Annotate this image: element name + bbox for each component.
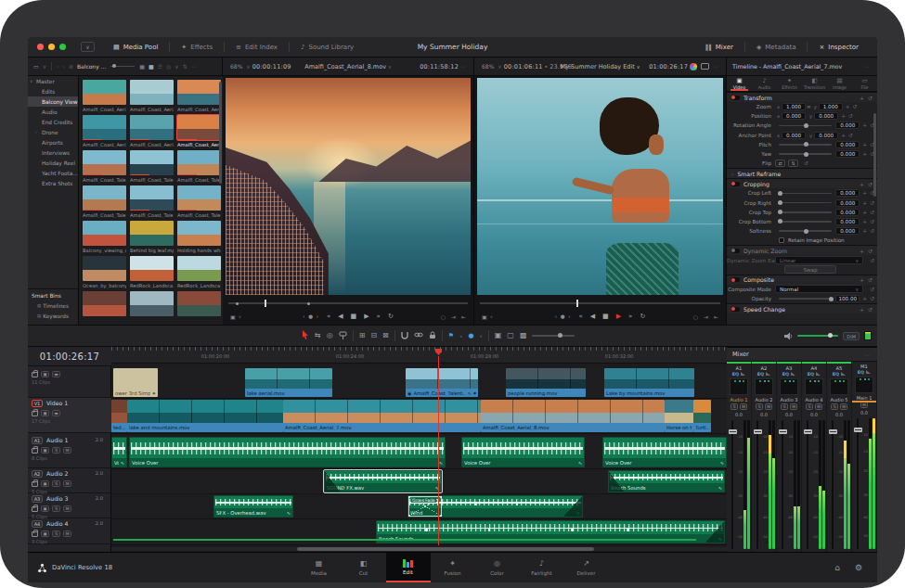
page-button-edit[interactable]: Edit [386,553,431,582]
param-slider[interactable] [779,193,832,195]
timeline-audio-clip[interactable]: Voice Over∿ [602,437,727,467]
back-icon[interactable]: ‹ [57,63,58,70]
link-clips-button[interactable] [414,331,423,340]
tab-effects[interactable]: ✦Effects [777,76,802,91]
more-icon[interactable]: ⋯ [864,63,870,70]
custom-zoom-button[interactable]: ▩ [520,332,527,339]
add-keyframe-icon[interactable]: + [862,296,867,301]
clip-view-icon[interactable]: ▭ [33,63,39,70]
reset-icon[interactable]: ↺ [870,287,874,292]
forward-icon[interactable]: › [62,63,64,70]
top-tab-edit-index[interactable]: ≡Edit Index [225,37,289,57]
pan-pad[interactable] [830,378,848,395]
param-slider[interactable] [779,230,832,232]
step-back-button[interactable]: ◀ [590,313,595,320]
mute-button[interactable]: M [790,403,797,410]
shuttle-control[interactable]: ‹ ● › [303,313,319,319]
thumb-size-slider[interactable] [110,66,135,68]
speaker-icon[interactable] [784,332,793,340]
tab-image[interactable]: ▤Image [827,76,852,91]
timeline-video-clip[interactable]: Horse on th... [665,400,693,432]
timeline-audio-clip[interactable]: Voice Over∿ [461,437,585,467]
auto-select-icon[interactable]: ▣ [41,530,49,537]
reset-icon[interactable]: ↺ [870,296,874,301]
automation-point[interactable] [571,529,574,531]
list-view-icon[interactable]: ☰ [158,63,162,70]
usage-filter-icon[interactable]: ⊘ [69,63,73,70]
add-keyframe-icon[interactable]: + [860,276,864,283]
overwrite-clip-button[interactable]: ⊟ [370,332,377,339]
goto-out-icon[interactable]: ⇤ [714,313,718,320]
selection-tool-button[interactable] [302,330,309,341]
auto-select-icon[interactable]: ▣ [41,371,49,377]
timeline-video-clip[interactable]: Amalfi_Coast_Aerial_8.mov [481,400,665,432]
chevron-down-icon[interactable]: ∨ [246,63,250,70]
reset-icon[interactable]: ↺ [870,219,874,224]
trim-edit-tool-button[interactable]: ⇆ [315,332,321,339]
track-id-badge[interactable]: A2 [32,470,43,478]
more-icon[interactable]: ⋯ [460,63,466,70]
loop-button[interactable]: ↻ [388,313,394,320]
solo-button[interactable]: S [52,480,60,487]
media-clip[interactable]: Amalfi_Coast_Aeri... [177,80,221,112]
retain-position-checkbox[interactable] [779,237,784,243]
cinema-viewer-icon[interactable] [701,63,709,70]
top-tab-metadata[interactable]: ◈Metadata [745,37,808,57]
play-button[interactable]: ▶ [616,313,621,320]
timeline-jog-bar[interactable] [480,300,720,307]
timeline-video-clip[interactable]: Lake by mountains.mov [604,368,694,397]
dynamic-trim-tool-button[interactable]: ◎ [327,332,333,339]
media-clip[interactable]: Amalfi_Coast_Tale... [83,185,126,218]
add-keyframe-icon[interactable]: + [860,95,864,101]
param-slider[interactable] [779,211,832,213]
sidebar-item-edits[interactable]: Edits [28,86,78,96]
inspector-scrollbar[interactable] [873,113,876,197]
page-button-fairlight[interactable]: ♪Fairlight [520,553,564,582]
stop-button[interactable]: ■ [602,313,609,320]
param-value-field[interactable]: 0.000 [835,141,860,148]
media-clip[interactable]: Amalfi_Coast_Aeri... [83,115,126,147]
track-lock-icon[interactable] [32,411,38,416]
media-clip[interactable]: RedRock_Landsca... [177,256,221,288]
add-keyframe-icon[interactable]: + [862,210,867,215]
viewer-mode-icon[interactable]: ▣ [230,313,236,320]
media-clip[interactable]: Amalfi_Coast_Tale... [177,185,221,218]
automation-point[interactable] [425,529,428,531]
timeline-zoom-slider[interactable] [532,335,575,337]
media-clip[interactable] [130,291,174,318]
timeline-zoom-level[interactable]: 68% [482,63,494,70]
page-button-media[interactable]: ▦Media [297,553,342,582]
fader-track[interactable] [857,418,859,550]
auto-select-icon[interactable]: ▣ [41,505,49,512]
x-value-field[interactable]: 1.000 [782,103,806,110]
tab-audio[interactable]: ♪Audio [752,76,777,91]
media-clip[interactable]: Amalfi_Coast_Aeri... [130,115,174,147]
fader-handle[interactable] [829,429,837,434]
section-toggle[interactable] [731,277,740,282]
section-toggle[interactable] [731,182,740,186]
mute-button[interactable]: M [765,403,772,410]
fader-handle[interactable] [854,428,862,432]
pan-pad[interactable] [780,378,798,395]
link-icon[interactable]: ∞ [807,104,811,109]
fader-handle[interactable] [804,429,812,434]
viewer-mode-icon[interactable]: ▣ [482,313,487,320]
add-keyframe-icon[interactable]: + [862,219,867,224]
automation-point[interactable] [488,529,491,531]
track-enable-icon[interactable]: ▬ [52,371,60,377]
media-clip[interactable]: Amalfi_Coast_Aeri... [83,80,126,112]
sidebar-item-keywords[interactable]: ▤Keywords [28,311,78,321]
section-header-transform[interactable]: Transform+↺ [727,92,877,102]
mixer-strip-a5[interactable]: A5EQAudio 5SM0.0-10-15-20-30-40-50 [827,362,852,553]
param-value-field[interactable]: 100.00 [835,295,860,302]
close-button[interactable] [37,44,44,50]
track-header-a1[interactable]: A1Audio 12.0▣SM8 Clips [28,435,111,468]
x-value-field[interactable]: 0.000 [782,112,806,120]
fader-handle[interactable] [729,429,737,434]
top-tab-mixer[interactable]: ‖‖Mixer [694,37,744,57]
solo-button[interactable]: S [52,447,60,454]
timeline-audio-clip[interactable]: Beach Sounds∿ [608,470,725,492]
add-keyframe-icon[interactable]: + [841,133,846,138]
mute-button[interactable]: M [860,402,868,408]
section-toggle[interactable] [731,307,740,312]
